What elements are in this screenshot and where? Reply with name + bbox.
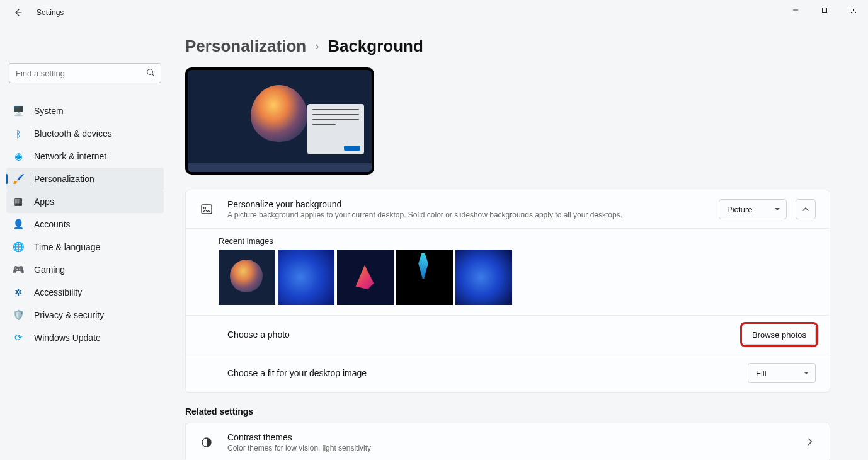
related-settings-heading: Related settings [185,406,830,417]
apps-icon: ▦ [13,196,24,207]
recent-images-label: Recent images [219,236,830,246]
sidebar-item-accessibility[interactable]: ✲Accessibility [6,281,164,304]
sidebar-item-label: Apps [34,197,54,207]
sidebar-item-label: Privacy & security [34,310,104,320]
contrast-themes-row[interactable]: Contrast themes Color themes for low vis… [186,423,830,460]
sidebar-item-label: Personalization [34,174,94,184]
sidebar-item-label: Gaming [34,265,65,275]
dropdown-value: Picture [727,205,752,214]
picture-icon [200,202,214,216]
desktop-preview [185,67,374,175]
collapse-button[interactable] [796,199,816,219]
minimize-button[interactable] [781,0,810,20]
back-button[interactable] [9,4,26,21]
recent-images-section: Recent images [186,229,830,316]
search-icon [146,68,155,79]
sidebar-item-bluetooth[interactable]: ᛒBluetooth & devices [6,122,164,145]
sidebar-item-label: Accessibility [34,287,82,297]
close-button[interactable] [839,0,868,20]
sidebar-item-label: Time & language [34,242,100,252]
browse-photos-button[interactable]: Browse photos [743,325,816,345]
dropdown-value: Fill [756,369,767,378]
page-title: Background [328,37,423,56]
personalize-subtitle: A picture background applies to your cur… [227,210,719,219]
background-panel: Personalize your background A picture ba… [185,190,830,393]
contrast-icon [200,435,214,449]
related-settings-panel: Contrast themes Color themes for low vis… [185,423,830,460]
personalize-row: Personalize your background A picture ba… [186,190,830,229]
background-type-dropdown[interactable]: Picture [719,199,787,219]
nav-list: 🖥️System ᛒBluetooth & devices ◉Network &… [6,100,164,349]
sidebar-item-label: Accounts [34,219,71,229]
choose-fit-label: Choose a fit for your desktop image [227,368,748,378]
breadcrumb: Personalization › Background [185,37,830,56]
choose-photo-label: Choose a photo [227,330,743,340]
title-bar: Settings [0,0,868,25]
personalize-title: Personalize your background [227,199,719,209]
recent-image-thumbnail[interactable] [396,250,453,305]
main-content: Personalization › Background Personalize… [170,25,868,460]
sidebar-item-privacy[interactable]: 🛡️Privacy & security [6,304,164,326]
brush-icon: 🖌️ [13,173,24,185]
recent-image-thumbnail[interactable] [219,250,275,305]
sidebar-item-time-language[interactable]: 🌐Time & language [6,236,164,258]
svg-point-3 [204,207,206,209]
globe-icon: 🌐 [13,241,24,253]
chevron-right-icon [806,437,816,447]
update-icon: ⟳ [13,332,24,343]
sidebar-item-windows-update[interactable]: ⟳Windows Update [6,326,164,349]
sidebar-item-apps[interactable]: ▦Apps [6,190,164,213]
contrast-subtitle: Color themes for low vision, light sensi… [227,444,806,452]
wifi-icon: ◉ [13,151,24,162]
choose-photo-row: Choose a photo Browse photos [186,316,830,354]
sidebar-item-system[interactable]: 🖥️System [6,100,164,122]
bluetooth-icon: ᛒ [13,128,24,139]
recent-image-thumbnail[interactable] [337,250,394,305]
fit-dropdown[interactable]: Fill [748,363,816,383]
maximize-button[interactable] [810,0,839,20]
sidebar-item-label: Network & internet [34,151,106,161]
search-box[interactable] [9,63,161,83]
shield-icon: 🛡️ [13,309,24,321]
system-icon: 🖥️ [13,105,24,117]
sidebar-item-personalization[interactable]: 🖌️Personalization [6,168,164,190]
svg-rect-0 [823,8,827,13]
sidebar-item-accounts[interactable]: 👤Accounts [6,213,164,236]
chevron-right-icon: › [315,40,319,53]
sidebar-item-gaming[interactable]: 🎮Gaming [6,258,164,281]
window-controls [781,0,868,20]
recent-image-thumbnail[interactable] [455,250,512,305]
breadcrumb-parent[interactable]: Personalization [185,37,306,56]
sidebar-item-label: Windows Update [34,333,101,343]
recent-images-list [219,250,830,305]
sidebar-item-label: System [34,106,64,116]
person-icon: 👤 [13,219,24,230]
window-title: Settings [37,8,64,17]
sidebar: 🖥️System ᛒBluetooth & devices ◉Network &… [0,25,170,460]
search-input[interactable] [9,63,161,83]
contrast-title: Contrast themes [227,432,806,442]
svg-point-1 [147,69,153,75]
sidebar-item-label: Bluetooth & devices [34,129,112,139]
gamepad-icon: 🎮 [13,264,24,275]
sidebar-item-network[interactable]: ◉Network & internet [6,145,164,168]
recent-image-thumbnail[interactable] [278,250,334,305]
accessibility-icon: ✲ [13,287,24,298]
choose-fit-row: Choose a fit for your desktop image Fill [186,354,830,392]
